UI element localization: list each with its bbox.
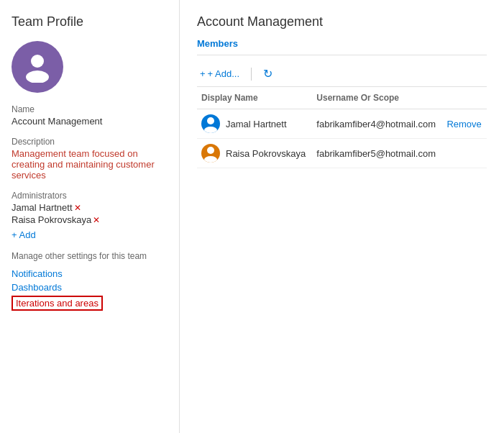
description-label: Description	[12, 137, 168, 147]
administrators-label: Administrators	[12, 191, 168, 201]
table-row: Jamal Hartnett fabrikamfiber4@hotmail.co…	[197, 109, 487, 139]
svg-point-0	[31, 55, 44, 68]
main-title: Account Management	[197, 14, 487, 29]
table-row: Raisa Pokrovskaya fabrikamfiber5@hotmail…	[197, 139, 487, 168]
dashboards-link[interactable]: Dashboards	[12, 282, 168, 293]
iterations-areas-link[interactable]: Iterations and areas	[12, 296, 103, 311]
remove-member-1-link[interactable]: Remove	[446, 119, 481, 129]
svg-point-4	[207, 147, 214, 154]
refresh-icon: ↻	[263, 67, 272, 81]
team-avatar-icon	[22, 51, 53, 83]
manage-settings-label: Manage other settings for this team	[12, 250, 168, 263]
sidebar-title: Team Profile	[12, 14, 168, 29]
svg-point-3	[204, 127, 217, 133]
members-toolbar: + + Add... ↻	[197, 61, 487, 87]
team-avatar	[12, 41, 63, 93]
add-member-button[interactable]: + + Add...	[197, 67, 242, 81]
col-username: Username Or Scope	[312, 87, 442, 109]
member-action-2	[442, 139, 487, 168]
avatar-1	[201, 114, 220, 133]
member-name-2: Raisa Pokrovskaya	[226, 148, 306, 159]
member-name-1: Jamal Hartnett	[226, 119, 287, 129]
admin-remove-2[interactable]: ✕	[93, 215, 100, 225]
name-value: Account Management	[12, 116, 168, 127]
svg-point-2	[207, 117, 214, 124]
sidebar: Team Profile Name Account Management Des…	[0, 0, 180, 433]
svg-point-5	[204, 156, 217, 163]
add-member-label: + Add...	[208, 68, 239, 79]
main-content: Account Management Members + + Add... ↻ …	[180, 0, 504, 433]
col-display-name: Display Name	[197, 87, 312, 109]
svg-point-1	[26, 70, 49, 83]
notifications-link[interactable]: Notifications	[12, 268, 168, 279]
add-plus-icon: +	[200, 68, 206, 79]
admin-name-2: Raisa Pokrovskaya	[12, 214, 91, 225]
member-email-2: fabrikamfiber5@hotmail.com	[312, 139, 442, 168]
member-name-cell-1: Jamal Hartnett	[197, 109, 312, 139]
admin-item-2: Raisa Pokrovskaya ✕	[12, 214, 168, 225]
members-table: Display Name Username Or Scope Jamal	[197, 87, 487, 168]
add-admin-link[interactable]: + Add	[12, 229, 36, 240]
admin-item-1: Jamal Hartnett ✕	[12, 202, 168, 213]
members-section-header: Members	[197, 38, 487, 49]
avatar-icon-1	[201, 114, 220, 133]
admin-name-1: Jamal Hartnett	[12, 202, 73, 213]
col-action	[442, 87, 487, 109]
member-action-1: Remove	[442, 109, 487, 139]
name-label: Name	[12, 104, 168, 114]
description-value: Management team focused on creating and …	[12, 148, 168, 181]
refresh-button[interactable]: ↻	[260, 65, 275, 82]
member-email-1: fabrikamfiber4@hotmail.com	[312, 109, 442, 139]
toolbar-divider	[251, 68, 252, 81]
admin-remove-1[interactable]: ✕	[74, 203, 81, 213]
avatar-2	[201, 144, 220, 163]
members-divider	[197, 55, 487, 55]
avatar-icon-2	[201, 144, 220, 163]
member-name-cell-2: Raisa Pokrovskaya	[197, 139, 312, 168]
